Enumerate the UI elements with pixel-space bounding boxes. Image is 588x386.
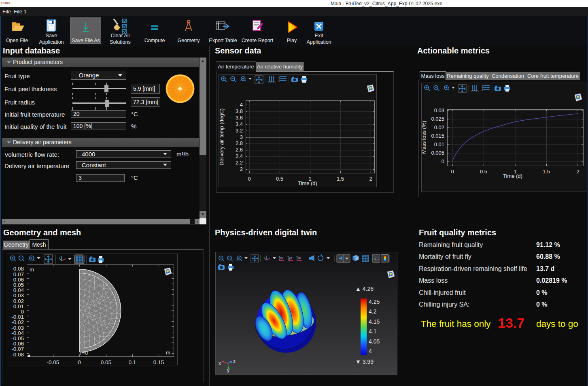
svg-text:xz: xz bbox=[298, 256, 301, 259]
svg-text:x: x bbox=[219, 360, 221, 366]
svg-text:z: z bbox=[233, 358, 236, 364]
svg-text:y: y bbox=[227, 367, 229, 373]
svg-text:xy: xy bbox=[280, 256, 283, 260]
svg-text:yz: yz bbox=[289, 256, 292, 260]
